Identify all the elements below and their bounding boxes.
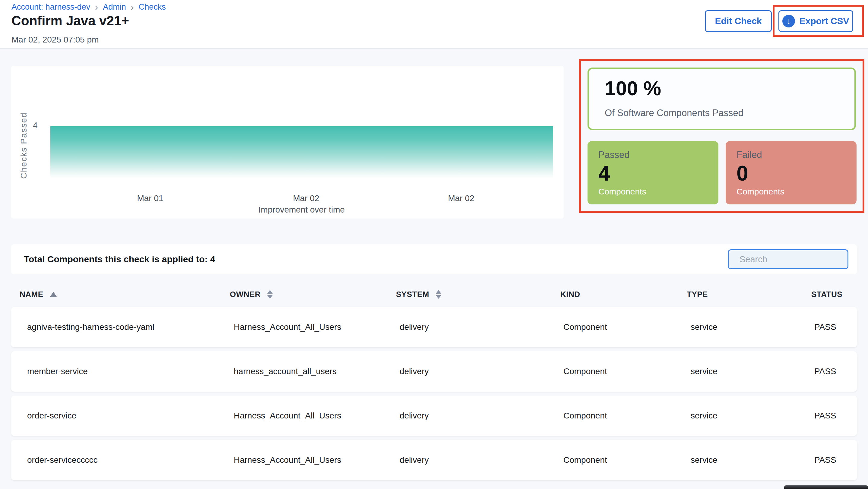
cell-status: PASS [814, 367, 857, 376]
cell-system: delivery [400, 367, 563, 376]
download-icon: ↓ [782, 15, 795, 27]
breadcrumb-admin-link[interactable]: Admin [103, 2, 126, 12]
table-header-row: NAME OWNER SYSTEM KIND TYPE STATUS [11, 286, 857, 303]
column-header-status: STATUS [811, 290, 857, 299]
passed-card-unit: Components [598, 187, 646, 197]
cell-kind: Component [563, 367, 691, 376]
sort-ascending-icon [50, 292, 57, 297]
failed-card-value: 0 [737, 162, 846, 185]
percent-passed-value: 100 % [605, 77, 661, 100]
checks-passed-chart-card: Checks Passed 4 Mar 01 Mar 02 Mar 02 Imp… [11, 66, 564, 219]
export-csv-button[interactable]: ↓ Export CSV [778, 10, 853, 32]
cell-type: service [691, 367, 814, 376]
sort-updown-icon [436, 290, 441, 299]
column-header-type: TYPE [687, 290, 811, 299]
column-header-owner[interactable]: OWNER [230, 290, 396, 299]
column-header-system[interactable]: SYSTEM [396, 290, 560, 299]
chart-x-axis-title: Improvement over time [258, 205, 345, 215]
cell-name: member-service [27, 367, 234, 376]
column-header-kind: KIND [560, 290, 687, 299]
passed-card: Passed 4 Components [588, 141, 718, 204]
check-timestamp: Mar 02, 2025 07:05 pm [11, 35, 99, 44]
components-table-body: agniva-testing-harness-code-yaml Harness… [11, 307, 857, 484]
chart-y-tick: 4 [33, 121, 38, 130]
chart-y-axis-label: Checks Passed [19, 97, 29, 179]
chart-area-series [50, 126, 553, 178]
cell-kind: Component [563, 455, 691, 465]
column-header-name[interactable]: NAME [20, 290, 230, 299]
cell-system: delivery [400, 322, 563, 332]
cell-system: delivery [400, 455, 563, 465]
cell-owner: Harness_Account_All_Users [234, 411, 400, 421]
bottom-right-dark-bar [784, 485, 868, 489]
passed-card-value: 4 [598, 162, 708, 185]
components-summary-text: Total Components this check is applied t… [24, 244, 215, 274]
cell-name: agniva-testing-harness-code-yaml [27, 322, 234, 332]
cell-status: PASS [814, 411, 857, 421]
column-header-kind-label: KIND [560, 290, 580, 299]
table-row[interactable]: order-serviceccccc Harness_Account_All_U… [11, 440, 857, 480]
cell-type: service [691, 455, 814, 465]
checks-detail-page: Account: harness-dev › Admin › Checks Co… [0, 0, 868, 489]
failed-card-unit: Components [737, 187, 784, 197]
cell-kind: Component [563, 411, 691, 421]
column-header-owner-label: OWNER [230, 290, 260, 299]
column-header-status-label: STATUS [811, 290, 842, 299]
column-header-name-label: NAME [20, 290, 43, 299]
cell-status: PASS [814, 322, 857, 332]
page-header: Account: harness-dev › Admin › Checks Co… [0, 0, 868, 49]
table-row[interactable]: agniva-testing-harness-code-yaml Harness… [11, 307, 857, 347]
cell-system: delivery [400, 411, 563, 421]
chart-x-tick: Mar 01 [137, 194, 163, 203]
column-header-system-label: SYSTEM [396, 290, 429, 299]
components-summary-bar: Total Components this check is applied t… [11, 244, 857, 274]
sort-updown-icon [267, 290, 273, 299]
cell-kind: Component [563, 322, 691, 332]
chart-x-tick: Mar 02 [448, 194, 474, 203]
passed-card-label: Passed [598, 150, 708, 160]
failed-card-label: Failed [737, 150, 846, 160]
table-row[interactable]: member-service harness_account_all_users… [11, 351, 857, 392]
percent-passed-card: 100 % Of Software Components Passed [588, 68, 856, 130]
breadcrumb-separator-icon: › [131, 3, 134, 11]
stats-panel: 100 % Of Software Components Passed Pass… [579, 59, 864, 213]
search-box [728, 249, 848, 269]
breadcrumb-account-link[interactable]: Account: harness-dev [11, 2, 90, 12]
column-header-type-label: TYPE [687, 290, 708, 299]
cell-type: service [691, 411, 814, 421]
failed-card: Failed 0 Components [726, 141, 857, 204]
export-csv-label: Export CSV [799, 16, 849, 26]
cell-name: order-service [27, 411, 234, 421]
breadcrumb-separator-icon: › [95, 3, 98, 11]
chart-x-tick: Mar 02 [293, 194, 319, 203]
edit-check-button[interactable]: Edit Check [705, 10, 772, 32]
cell-owner: Harness_Account_All_Users [234, 455, 400, 465]
breadcrumb: Account: harness-dev › Admin › Checks [11, 2, 166, 12]
table-row[interactable]: order-service Harness_Account_All_Users … [11, 395, 857, 436]
search-input[interactable] [740, 255, 853, 264]
breadcrumb-checks-link[interactable]: Checks [139, 2, 166, 12]
cell-owner: harness_account_all_users [234, 367, 400, 376]
page-title: Confirm Java v21+ [11, 13, 129, 28]
cell-type: service [691, 322, 814, 332]
cell-status: PASS [814, 455, 857, 465]
percent-passed-label: Of Software Components Passed [605, 108, 743, 119]
cell-name: order-serviceccccc [27, 455, 234, 465]
cell-owner: Harness_Account_All_Users [234, 322, 400, 332]
